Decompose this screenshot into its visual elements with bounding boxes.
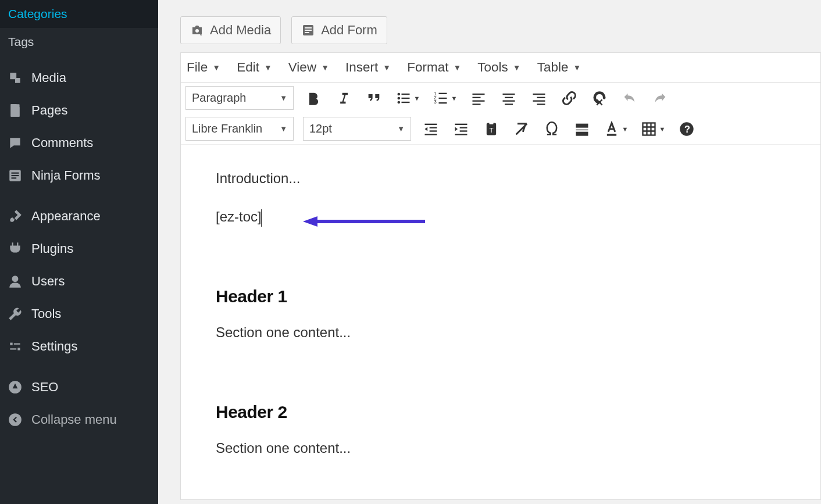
svg-rect-49: [576, 129, 588, 130]
editor-panel: File▼ Edit▼ View▼ Insert▼ Format▼ Tools▼…: [180, 52, 821, 500]
font-size-select[interactable]: 12pt ▼: [303, 117, 411, 141]
align-left-button[interactable]: [468, 88, 489, 109]
page-icon: [7, 102, 23, 119]
text-color-button[interactable]: ▼: [602, 119, 630, 140]
svg-rect-46: [490, 121, 494, 124]
camera-icon: [190, 23, 204, 37]
svg-text:?: ?: [684, 123, 690, 134]
sidebar-item-media[interactable]: Media: [0, 62, 158, 94]
sidebar-item-pages[interactable]: Pages: [0, 94, 158, 127]
content-paragraph[interactable]: Section one content...: [216, 438, 795, 459]
svg-rect-48: [576, 123, 588, 127]
chevron-down-icon: ▼: [383, 63, 391, 72]
sidebar-item-comments[interactable]: Comments: [0, 127, 158, 159]
menu-file[interactable]: File▼: [187, 60, 220, 75]
editor-toolbar: Paragraph ▼ ▼ 123▼ Libre Franklin: [181, 83, 820, 145]
content-paragraph[interactable]: Introduction...: [216, 168, 795, 189]
help-button[interactable]: ?: [676, 119, 697, 140]
redo-button[interactable]: [649, 88, 670, 109]
paste-text-button[interactable]: T: [481, 119, 502, 140]
menu-edit[interactable]: Edit▼: [237, 60, 272, 75]
sidebar-collapse[interactable]: Collapse menu: [0, 403, 158, 436]
indent-button[interactable]: [451, 119, 472, 140]
paragraph-format-select[interactable]: Paragraph ▼: [185, 86, 294, 110]
blockquote-button[interactable]: [363, 88, 384, 109]
svg-rect-0: [10, 104, 19, 117]
sidebar-item-label: Tools: [31, 306, 61, 321]
read-more-button[interactable]: [572, 119, 592, 140]
svg-rect-3: [12, 175, 19, 176]
bullet-list-button[interactable]: ▼: [394, 88, 422, 109]
sidebar-item-ninja-forms[interactable]: Ninja Forms: [0, 159, 158, 192]
sidebar-item-settings[interactable]: Settings: [0, 330, 158, 363]
font-family-select[interactable]: Libre Franklin ▼: [185, 117, 294, 141]
menu-view[interactable]: View▼: [288, 60, 329, 75]
menu-insert[interactable]: Insert▼: [345, 60, 391, 75]
svg-rect-12: [305, 32, 309, 33]
sidebar-subsection: Categories Tags: [0, 0, 158, 56]
media-buttons-row: Add Media Add Form: [180, 16, 821, 44]
content-paragraph[interactable]: Section one content...: [216, 322, 795, 343]
chevron-down-icon: ▼: [414, 95, 420, 102]
svg-rect-39: [430, 130, 437, 131]
svg-rect-4: [12, 177, 17, 178]
menu-format[interactable]: Format▼: [407, 60, 461, 75]
svg-rect-2: [12, 173, 19, 174]
user-icon: [7, 273, 23, 289]
editor-main: Add Media Add Form File▼ Edit▼ View▼ Ins…: [158, 0, 821, 504]
align-right-button[interactable]: [529, 88, 549, 109]
comment-icon: [7, 135, 23, 151]
bold-button[interactable]: [303, 88, 324, 109]
chevron-down-icon: ▼: [321, 63, 329, 72]
brush-icon: [7, 208, 23, 224]
svg-rect-34: [537, 96, 545, 98]
chevron-down-icon: ▼: [280, 94, 287, 102]
numbered-list-button[interactable]: 123▼: [431, 88, 459, 109]
sidebar-subitem-tags[interactable]: Tags: [0, 28, 158, 56]
sidebar-item-appearance[interactable]: Appearance: [0, 200, 158, 233]
svg-rect-22: [438, 97, 447, 98]
svg-rect-24: [438, 102, 447, 103]
menu-tools[interactable]: Tools▼: [477, 60, 520, 75]
editor-menubar: File▼ Edit▼ View▼ Insert▼ Format▼ Tools▼…: [181, 53, 820, 83]
menu-table[interactable]: Table▼: [537, 60, 581, 75]
insert-shortcode-button[interactable]: [589, 88, 610, 109]
link-button[interactable]: [559, 88, 580, 109]
svg-point-17: [397, 101, 400, 103]
undo-button[interactable]: [619, 88, 640, 109]
editor-content[interactable]: Introduction... [ez-toc] Header 1 Sectio…: [181, 145, 820, 499]
svg-point-7: [9, 413, 22, 426]
svg-rect-37: [425, 123, 437, 124]
sidebar-item-label: Users: [31, 274, 65, 289]
shortcode-line[interactable]: [ez-toc]: [216, 206, 262, 227]
content-heading[interactable]: Header 2: [216, 399, 795, 425]
svg-rect-27: [473, 100, 485, 101]
sidebar-item-users[interactable]: Users: [0, 265, 158, 298]
sidebar-item-seo[interactable]: SEO: [0, 371, 158, 403]
content-heading[interactable]: Header 1: [216, 283, 795, 309]
svg-rect-29: [503, 93, 515, 94]
svg-rect-30: [505, 96, 513, 98]
sidebar-item-plugins[interactable]: Plugins: [0, 233, 158, 265]
clear-formatting-button[interactable]: [511, 119, 532, 140]
table-button[interactable]: ▼: [639, 119, 667, 140]
add-media-button[interactable]: Add Media: [180, 16, 281, 44]
text-cursor: [261, 209, 262, 227]
button-label: Add Form: [321, 23, 377, 38]
select-value: 12pt: [309, 122, 332, 135]
svg-rect-42: [460, 127, 467, 128]
add-form-button[interactable]: Add Form: [291, 16, 387, 44]
outdent-button[interactable]: [420, 119, 441, 140]
sidebar-item-tools[interactable]: Tools: [0, 298, 158, 330]
sidebar-subitem-categories[interactable]: Categories: [0, 0, 158, 28]
special-character-button[interactable]: [541, 119, 562, 140]
svg-text:3: 3: [434, 99, 437, 105]
svg-rect-31: [503, 100, 515, 101]
italic-button[interactable]: [333, 88, 354, 109]
svg-rect-11: [305, 30, 312, 31]
svg-rect-41: [455, 123, 467, 124]
align-center-button[interactable]: [498, 88, 519, 109]
sidebar-item-label: SEO: [31, 380, 58, 395]
svg-text:T: T: [490, 126, 494, 133]
chevron-down-icon: ▼: [264, 63, 272, 72]
